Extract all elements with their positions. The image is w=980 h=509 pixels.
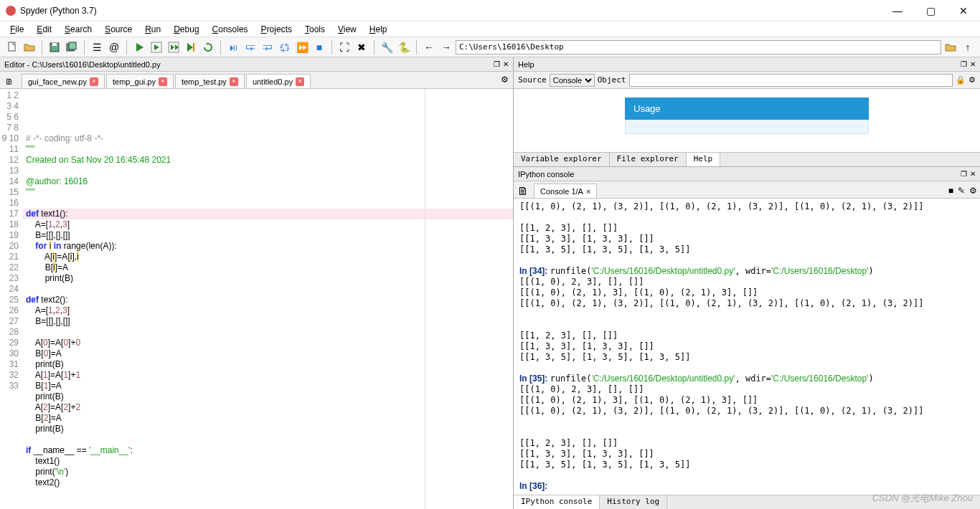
help-toolbar: Source Console Object 🔒 ⚙ [514, 72, 980, 89]
main-toolbar: ☰ @ ⏯ ⮓ ⮒ ⮔ ⏩ ■ ⛶ ✖ 🔧 🐍 ← → ↑ [0, 37, 980, 57]
editor-tab-close[interactable]: × [159, 77, 167, 86]
new-file-button[interactable] [4, 39, 20, 55]
svg-rect-2 [52, 43, 57, 46]
editor-tab[interactable]: untitled0.py× [246, 74, 311, 88]
menu-projects[interactable]: Projects [255, 23, 298, 36]
help-body: Usage [514, 89, 980, 152]
editor-tab-close[interactable]: × [230, 77, 238, 86]
app-icon [6, 6, 16, 16]
menu-file[interactable]: File [4, 23, 29, 36]
source-select[interactable]: Console [550, 74, 595, 87]
editor-tabs: 🗎 gui_face_new.py×temp_gui.py×temp_test.… [0, 72, 513, 89]
run-cell-advance-button[interactable] [166, 39, 182, 55]
run-button[interactable] [131, 39, 147, 55]
rerun-button[interactable] [200, 39, 216, 55]
console-close-button[interactable]: ✕ [970, 170, 976, 178]
lock-icon[interactable]: 🔒 [956, 75, 966, 85]
help-close-button[interactable]: ✕ [970, 60, 976, 68]
open-file-button[interactable] [22, 39, 37, 55]
help-tab[interactable]: Help [687, 153, 721, 166]
pythonpath-button[interactable]: 🐍 [396, 39, 412, 55]
close-button[interactable]: ✕ [953, 5, 974, 16]
code-editor[interactable]: 1 2 3 4 5 6 7 8 9 10 11 12 13 14 15 16 1… [0, 89, 513, 509]
menu-search[interactable]: Search [59, 23, 98, 36]
menu-source[interactable]: Source [99, 23, 138, 36]
help-options-button[interactable]: ⚙ [969, 75, 976, 85]
editor-tab-close[interactable]: × [90, 77, 98, 86]
fullscreen-button[interactable]: ✖ [354, 39, 369, 55]
console-undock-button[interactable]: ❐ [961, 170, 967, 178]
menu-consoles[interactable]: Consoles [207, 23, 254, 36]
editor-path: Editor - C:\Users\16016\Desktop\untitled… [4, 60, 161, 69]
console-tabs: 🗎 Console 1/A × ■ ✎ ⚙ [514, 181, 980, 199]
at-button[interactable]: @ [106, 39, 122, 55]
working-dir-input[interactable] [456, 40, 941, 54]
menubar: FileEditSearchSourceRunDebugConsolesProj… [0, 22, 980, 37]
editor-pane-title: Editor - C:\Users\16016\Desktop\untitled… [0, 57, 513, 72]
menu-debug[interactable]: Debug [168, 23, 204, 36]
editor-options-button[interactable]: ⚙ [501, 75, 509, 85]
console-tab-close[interactable]: × [586, 187, 590, 196]
console-bottom-tabs: IPython consoleHistory log [514, 495, 980, 509]
save-all-button[interactable] [64, 39, 80, 55]
menu-view[interactable]: View [332, 23, 362, 36]
debug-over-button[interactable]: ⮒ [260, 39, 275, 55]
titlebar: Spyder (Python 3.7) — ▢ ✕ [0, 0, 980, 22]
editor-tab-label: temp_test.py [182, 77, 227, 86]
preferences-button[interactable]: 🔧 [379, 39, 395, 55]
console-tab-label: Console 1/A [540, 187, 583, 196]
parent-dir-button[interactable]: ↑ [960, 39, 976, 55]
debug-into-button[interactable]: ⮓ [242, 39, 258, 55]
editor-tab[interactable]: temp_test.py× [175, 74, 245, 88]
menu-run[interactable]: Run [139, 23, 166, 36]
editor-tab-label: temp_gui.py [113, 77, 156, 86]
svg-rect-0 [9, 42, 15, 51]
help-undock-button[interactable]: ❐ [961, 60, 967, 68]
console-bottom-tab[interactable]: IPython console [514, 495, 600, 509]
help-tab[interactable]: File explorer [610, 153, 687, 166]
debug-out-button[interactable]: ⮔ [277, 39, 293, 55]
console-bottom-tab[interactable]: History log [600, 495, 667, 509]
editor-tab-close[interactable]: × [296, 77, 304, 86]
editor-tab-label: untitled0.py [253, 77, 293, 86]
nav-back-button[interactable]: ← [421, 39, 437, 55]
debug-continue-button[interactable]: ⏩ [294, 39, 310, 55]
maximize-button[interactable]: ▢ [920, 5, 941, 16]
menu-tools[interactable]: Tools [299, 23, 331, 36]
svg-rect-7 [193, 43, 194, 52]
source-label: Source [518, 75, 547, 85]
menu-help[interactable]: Help [364, 23, 393, 36]
help-title: Help [518, 60, 534, 69]
console-stop-button[interactable]: ■ [948, 186, 953, 196]
minimize-button[interactable]: — [887, 5, 908, 16]
editor-undock-button[interactable]: ❐ [494, 60, 500, 68]
editor-close-button[interactable]: ✕ [503, 60, 509, 68]
save-button[interactable] [47, 39, 62, 55]
help-tab[interactable]: Variable explorer [514, 153, 610, 166]
editor-tab[interactable]: gui_face_new.py× [22, 74, 105, 88]
console-options-button[interactable]: ⚙ [969, 186, 977, 196]
debug-stop-button[interactable]: ■ [311, 39, 327, 55]
svg-rect-4 [69, 42, 76, 49]
console-browse-button[interactable]: 🗎 [517, 185, 529, 198]
menu-edit[interactable]: Edit [31, 23, 57, 36]
console-tab[interactable]: Console 1/A × [534, 184, 597, 198]
object-input[interactable] [629, 74, 953, 87]
nav-forward-button[interactable]: → [438, 39, 454, 55]
tab-browse-button[interactable]: 🗎 [3, 75, 16, 88]
debug-step-button[interactable]: ⏯ [225, 39, 241, 55]
console-edit-button[interactable]: ✎ [958, 186, 965, 196]
outline-button[interactable]: ☰ [89, 39, 105, 55]
browse-dir-button[interactable] [943, 39, 958, 55]
run-cell-button[interactable] [149, 39, 164, 55]
usage-content [625, 120, 869, 134]
console-pane-title: IPython console ❐✕ [514, 167, 980, 181]
help-tabs: Variable explorerFile explorerHelp [514, 152, 980, 166]
usage-heading: Usage [625, 97, 869, 120]
console-output[interactable]: [[(1, 0), (2, 1), (3, 2)], [(1, 0), (2, … [514, 199, 980, 495]
console-title: IPython console [518, 170, 574, 179]
maximize-pane-button[interactable]: ⛶ [336, 39, 352, 55]
editor-tab[interactable]: temp_gui.py× [106, 74, 174, 88]
run-selection-button[interactable] [183, 39, 199, 55]
window-title: Spyder (Python 3.7) [20, 6, 97, 16]
